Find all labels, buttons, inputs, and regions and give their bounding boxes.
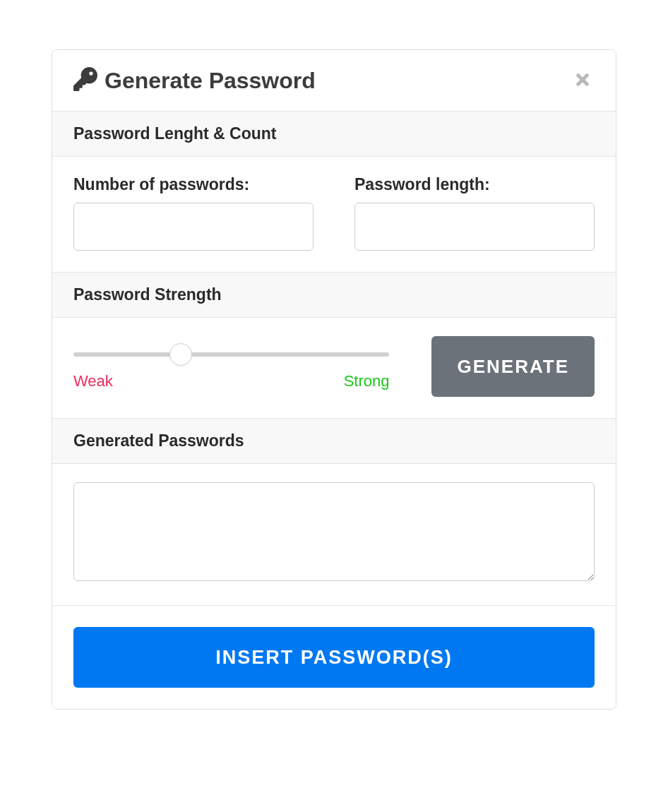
modal-header: Generate Password	[52, 50, 616, 112]
password-length-input[interactable]	[354, 203, 595, 251]
slider-thumb[interactable]	[169, 343, 192, 366]
form-group-number: Number of passwords:	[73, 175, 314, 251]
section-body-strength: Weak Strong Generate	[52, 318, 616, 419]
slider-labels: Weak Strong	[73, 372, 389, 390]
form-row: Number of passwords: Password length:	[73, 175, 595, 251]
slider-track	[73, 352, 389, 357]
weak-label: Weak	[73, 372, 113, 390]
modal-footer: Insert Password(s)	[52, 606, 616, 709]
number-of-passwords-input[interactable]	[73, 203, 314, 251]
strength-slider[interactable]	[73, 342, 389, 366]
slider-fill	[73, 352, 181, 357]
strength-row: Weak Strong Generate	[73, 336, 595, 397]
modal-title-wrap: Generate Password	[73, 67, 316, 94]
generate-button[interactable]: Generate	[431, 336, 595, 397]
key-icon	[73, 67, 97, 94]
close-icon	[573, 80, 592, 91]
generate-password-modal: Generate Password Password Lenght & Coun…	[52, 49, 616, 710]
strength-slider-wrap: Weak Strong	[73, 342, 389, 390]
section-body-length-count: Number of passwords: Password length:	[52, 157, 616, 273]
close-button[interactable]	[571, 68, 595, 94]
form-group-length: Password length:	[354, 175, 595, 251]
modal-title: Generate Password	[105, 68, 316, 94]
generated-passwords-output[interactable]	[73, 482, 595, 581]
section-header-length-count: Password Lenght & Count	[52, 112, 616, 157]
section-header-strength: Password Strength	[52, 273, 616, 318]
strong-label: Strong	[344, 372, 390, 390]
section-body-generated	[52, 464, 616, 606]
insert-passwords-button[interactable]: Insert Password(s)	[73, 627, 595, 688]
section-header-generated: Generated Passwords	[52, 419, 616, 464]
password-length-label: Password length:	[354, 175, 595, 194]
number-of-passwords-label: Number of passwords:	[73, 175, 314, 194]
